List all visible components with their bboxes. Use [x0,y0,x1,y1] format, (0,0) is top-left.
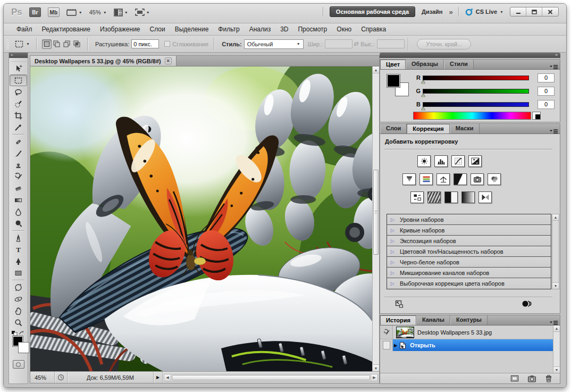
tool-preset-picker[interactable]: ▼ [11,40,33,48]
tab-adjustments[interactable]: Коррекция [407,124,449,134]
clip-to-layer-button[interactable] [522,300,532,307]
scroll-up-button[interactable]: ▲ [553,326,560,332]
switch-panel-view-button[interactable] [395,300,404,308]
menu-help[interactable]: Справка [356,23,391,35]
black-white-button[interactable] [454,173,467,185]
antialias-checkbox[interactable] [164,41,170,47]
tool-crop[interactable] [9,110,28,121]
blue-slider-thumb[interactable] [421,107,425,111]
width-input[interactable] [325,39,352,48]
menu-select[interactable]: Выделение [170,23,214,35]
scroll-down-button[interactable]: ▼ [553,366,560,373]
refine-edge-button[interactable]: Уточн. край... [417,39,471,49]
levels-button[interactable] [434,155,448,167]
dock-collapse-strip[interactable]: » [380,53,560,58]
presets-scrollbar[interactable]: ▲ ▼ [552,214,559,289]
tools-collapse-strip[interactable]: » [9,53,28,58]
tool-rectangular-marquee[interactable] [10,74,27,86]
tool-gradient[interactable] [9,194,28,206]
channel-mixer-button[interactable] [488,173,501,185]
foreground-color-swatch[interactable] [387,74,400,88]
status-zoom-field[interactable]: 45% [30,372,55,383]
status-menu-button[interactable]: ▶ [154,372,163,383]
invert-button[interactable] [410,191,424,203]
vertical-scroll-thumb[interactable] [373,170,379,255]
tool-blur[interactable] [9,206,28,218]
zoom-level-button[interactable]: 45% ▼ [89,9,107,15]
cs-live-button[interactable]: CS Live ▼ [465,8,503,16]
tool-3d-camera-orbit[interactable] [9,293,28,305]
vertical-scrollbar[interactable]: ▲ ▼ [372,66,379,371]
scroll-up-button[interactable]: ▲ [552,214,559,221]
intersect-selection-button[interactable] [72,39,82,49]
tool-spot-healing-brush[interactable] [9,136,28,147]
menu-image[interactable]: Изображение [95,23,145,35]
height-input[interactable] [377,39,405,48]
vibrance-button[interactable] [402,173,416,185]
tool-zoom[interactable] [9,316,28,328]
tool-lasso[interactable] [9,86,28,98]
screen-mode-button[interactable]: ▼ [135,9,150,16]
preset-group-exposure[interactable]: ▷Экспозиция наборов [387,236,551,246]
tools-drag-grip[interactable] [11,59,26,62]
tab-color[interactable]: Цвет [380,60,406,69]
tool-eraser[interactable] [9,182,28,194]
preset-group-levels[interactable]: ▷Уровни наборов [387,214,551,225]
tool-3d-object-rotate[interactable] [9,281,28,293]
view-extras-button[interactable]: ▼ [66,9,82,16]
status-doc-size[interactable]: Док: 6,59М/6,59М [68,372,154,383]
menu-analysis[interactable]: Анализ [245,23,276,35]
tool-path-selection[interactable] [9,255,28,267]
history-snapshot-row[interactable]: Desktop Wallpapers 5 33.jpg [380,326,553,339]
tool-brush[interactable] [9,147,28,159]
history-state-well[interactable] [380,339,393,351]
photo-filter-button[interactable] [471,173,484,185]
workspace-primary-button[interactable]: Основная рабочая среда [330,6,415,17]
delete-state-button[interactable] [545,374,552,382]
tool-rectangle[interactable] [9,267,28,279]
background-color-swatch[interactable] [18,342,29,353]
scroll-left-button[interactable]: ◀ [164,374,171,381]
add-selection-button[interactable] [52,39,62,49]
tool-pen[interactable] [9,232,28,244]
red-slider[interactable] [423,76,529,80]
scroll-down-button[interactable]: ▼ [552,282,559,289]
document-tab[interactable]: Desktop Wallpapers 5 33.jpg @ 45% (RGB/8… [30,56,177,66]
tool-history-brush[interactable] [9,171,28,182]
red-slider-thumb[interactable] [421,80,425,84]
close-button[interactable] [542,7,558,16]
canvas-image[interactable] [30,66,372,371]
style-select[interactable]: Обычный ▼ [244,39,304,49]
swap-colors-button[interactable] [9,329,28,336]
tab-layers[interactable]: Слои [380,124,407,134]
tool-hand[interactable] [9,305,28,316]
preset-group-selective-color[interactable]: ▷Выборочная коррекция цвета наборов [387,278,551,289]
preset-group-curves[interactable]: ▷Кривые наборов [387,225,551,236]
hue-saturation-button[interactable] [419,173,433,185]
preset-group-channel-mixer[interactable]: ▷Микширование каналов наборов [387,268,551,278]
blue-value-field[interactable]: 0 [538,100,555,109]
preset-group-black-white[interactable]: ▷Черно-белое наборов [387,257,551,268]
tab-masks[interactable]: Маски [450,124,480,134]
menu-filter[interactable]: Фильтр [213,23,244,35]
document-tab-close-button[interactable]: × [165,57,172,64]
threshold-button[interactable] [444,191,458,203]
launch-mini-bridge-button[interactable]: Mb [48,7,60,17]
tool-move[interactable] [9,63,28,74]
exposure-button[interactable] [468,155,482,167]
subtract-selection-button[interactable] [62,39,72,49]
tool-type[interactable]: T [9,244,28,255]
menu-layers[interactable]: Слои [145,23,170,35]
minimize-button[interactable] [510,7,526,16]
horizontal-scroll-thumb[interactable] [172,375,370,380]
tab-swatches[interactable]: Образцы [406,60,444,69]
selective-color-button[interactable] [478,191,492,203]
tab-history[interactable]: История [380,315,416,325]
tool-dodge[interactable] [9,218,28,229]
options-grip[interactable] [6,38,9,50]
green-value-field[interactable]: 0 [538,87,555,96]
color-spectrum-ramp[interactable] [413,112,531,120]
new-document-from-state-button[interactable] [510,375,519,382]
new-selection-button[interactable] [42,39,52,49]
tab-styles[interactable]: Стили [444,60,474,69]
